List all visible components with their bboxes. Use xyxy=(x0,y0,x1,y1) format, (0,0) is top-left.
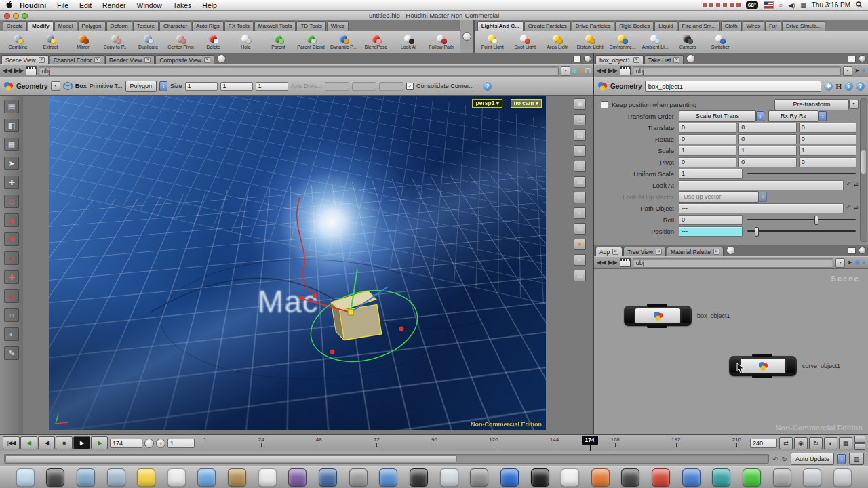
viewport-tool-icon[interactable]: ➤ xyxy=(4,157,19,170)
menu-item[interactable]: File xyxy=(57,1,68,9)
close-tab-icon[interactable]: × xyxy=(633,57,639,63)
shelf-tool[interactable]: Delete xyxy=(197,35,229,49)
playhead[interactable]: 174 xyxy=(582,436,598,445)
pane-expand-icon[interactable] xyxy=(854,436,865,443)
viewport-tool-icon[interactable]: ◇ xyxy=(4,195,19,208)
size-z-field[interactable]: 1 xyxy=(256,82,288,91)
display-options-icon[interactable]: ▢ xyxy=(585,68,591,74)
op-jump-icon[interactable]: ↶ xyxy=(847,205,852,211)
shelf-tab[interactable]: Lights And C... xyxy=(477,21,524,30)
uniform-scale-slider[interactable] xyxy=(747,169,856,178)
apple-menu-icon[interactable] xyxy=(5,1,13,9)
frame-ruler[interactable]: 124487296120144168192216 174 xyxy=(199,435,745,451)
menu-item[interactable]: Takes xyxy=(173,1,191,9)
node-right-flag[interactable] xyxy=(787,359,795,373)
pretransform-menu[interactable]: Pre-transform xyxy=(774,99,849,110)
camera-menu[interactable]: persp1 ▾ xyxy=(472,99,502,108)
dock-icon[interactable] xyxy=(137,468,155,487)
menu-item[interactable]: Window xyxy=(137,1,162,9)
viewport-tool-icon[interactable]: ▦ xyxy=(4,138,19,151)
dock-icon[interactable] xyxy=(77,468,95,487)
dock-icon[interactable] xyxy=(379,468,397,487)
node-label[interactable]: box_object1 xyxy=(697,312,730,319)
close-tab-icon[interactable]: × xyxy=(656,249,662,255)
viewport-tool-icon[interactable]: ✎ xyxy=(4,346,19,360)
pane-menu-icon[interactable] xyxy=(859,55,866,62)
param-field-z[interactable]: 1 xyxy=(799,146,856,156)
playbar-option-icon[interactable]: ◉ xyxy=(794,437,808,449)
viewport-tool-icon[interactable]: ▤ xyxy=(4,100,19,113)
shelf-tool[interactable]: Hole xyxy=(230,35,262,49)
dock-icon[interactable] xyxy=(743,468,761,487)
shelf-tool[interactable]: Follow Path xyxy=(425,35,457,49)
info-icon[interactable]: i xyxy=(844,82,853,91)
rotate-order-spinner[interactable]: ↕ xyxy=(818,111,827,121)
size-x-field[interactable]: 1 xyxy=(185,82,218,91)
menubar-clock[interactable]: Thu 3:16 PM xyxy=(812,1,850,9)
viewport-display-icon[interactable]: ◉ xyxy=(574,145,586,157)
shelf-tab[interactable]: Create xyxy=(3,21,27,30)
shelf-tool[interactable]: Switcher xyxy=(705,35,736,49)
viewport-display-icon[interactable]: ▦ xyxy=(574,176,586,188)
shelf-tool[interactable]: Environme... xyxy=(607,35,639,49)
new-tab-button[interactable] xyxy=(726,246,735,255)
dock-icon[interactable] xyxy=(591,468,610,487)
param-field-z[interactable]: 0 xyxy=(799,157,856,167)
current-frame-field[interactable]: 174 xyxy=(110,439,142,448)
shelf-tab[interactable]: Modify xyxy=(28,21,54,30)
search-icon[interactable]: ● xyxy=(862,260,865,266)
input-language-flag-icon[interactable] xyxy=(764,1,774,9)
dock-icon[interactable] xyxy=(470,468,488,487)
shelf-tab[interactable]: Fire and Sm... xyxy=(678,21,720,30)
shelf-tab[interactable]: Liquid xyxy=(654,21,677,30)
pane-maximize-icon[interactable] xyxy=(573,56,581,62)
dock-icon[interactable] xyxy=(197,468,216,487)
param-field-x[interactable]: 0 xyxy=(679,134,736,144)
pane-tab[interactable]: Scene View× xyxy=(1,55,49,64)
playbar-button[interactable]: |▶ xyxy=(91,436,108,449)
viewport-display-icon[interactable]: ▨ xyxy=(574,270,586,281)
viewport-display-icon[interactable]: ▢ xyxy=(574,114,586,125)
playbar-button[interactable]: |◀◀ xyxy=(3,436,20,449)
playbar-button[interactable]: ◀ xyxy=(38,436,55,449)
dock-icon[interactable] xyxy=(561,468,579,487)
shelf-tool[interactable]: Ambient Li... xyxy=(639,35,671,49)
shelf-tool[interactable]: Look At xyxy=(393,35,425,49)
auto-update-select[interactable]: Auto Update xyxy=(791,453,834,465)
shelf-tool[interactable]: Combine xyxy=(2,35,34,49)
consolidate-checkbox[interactable]: ✓ xyxy=(406,83,414,90)
xform-order-select[interactable]: Scale Rot Trans xyxy=(679,110,756,122)
param-field-x[interactable]: 1 xyxy=(679,146,736,156)
pane-menu-icon[interactable] xyxy=(859,247,866,254)
path-field[interactable]: obj xyxy=(633,66,841,76)
pane-maximize-icon[interactable] xyxy=(848,56,856,62)
shelf-tab[interactable]: Drive Simula... xyxy=(782,21,825,30)
params-scrollbar[interactable] xyxy=(860,98,867,242)
node-label[interactable]: curve_object1 xyxy=(802,363,840,369)
viewport-display-icon[interactable]: ▤ xyxy=(574,129,586,141)
shelf-tab[interactable]: Wires xyxy=(327,21,349,30)
pane-tab[interactable]: Material Palette× xyxy=(667,247,724,256)
dock-icon[interactable] xyxy=(652,468,670,487)
dock-icon[interactable] xyxy=(500,468,519,487)
node-name-field[interactable]: box_object1 xyxy=(645,81,822,92)
path-dropdown-icon[interactable]: ▾ xyxy=(843,66,852,76)
path-field[interactable]: obj xyxy=(633,258,833,268)
pane-menu-icon[interactable] xyxy=(584,55,591,62)
memory-gauge-icon[interactable]: ▥ xyxy=(849,453,864,465)
new-tab-button[interactable] xyxy=(686,54,695,63)
shelf-more-button[interactable] xyxy=(462,32,471,41)
material-ball-icon[interactable]: ● xyxy=(579,68,583,74)
forward-icon[interactable]: ▶▶ xyxy=(14,68,24,74)
viewport[interactable]: ▤◧▦➤✚◇◆✱●✚◈○◐✎ Mac xyxy=(0,96,593,436)
param-field-x[interactable]: 0 xyxy=(679,157,736,167)
close-tab-icon[interactable]: × xyxy=(39,57,45,63)
pretransform-dropdown-icon[interactable]: ▾ xyxy=(849,100,859,109)
scene-3d-view[interactable]: Mac persp1 ▾ no xyxy=(49,96,546,430)
shelf-tab[interactable]: FX Tools xyxy=(224,21,254,30)
close-tab-icon[interactable]: × xyxy=(94,57,100,63)
path-field[interactable]: obj xyxy=(39,66,559,76)
dock-icon[interactable] xyxy=(682,468,701,487)
refresh-icon[interactable]: ↻ xyxy=(782,455,787,463)
pane-tab[interactable]: Render View× xyxy=(105,55,155,64)
